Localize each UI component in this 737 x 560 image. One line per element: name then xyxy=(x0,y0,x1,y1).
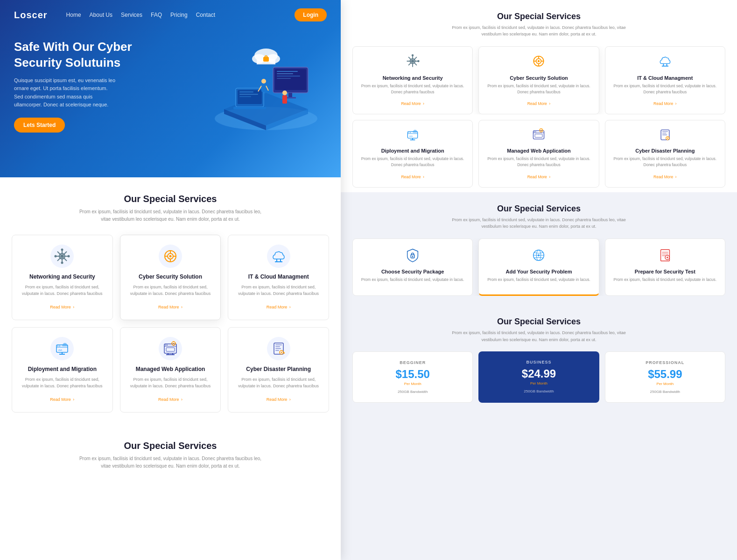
read-more-2[interactable]: Read More xyxy=(158,305,179,309)
rp-read-cloud[interactable]: Read More xyxy=(653,101,673,106)
disaster-planning-icon xyxy=(267,337,290,360)
rp-security-title: Our Special Services xyxy=(352,204,725,214)
svg-rect-102 xyxy=(535,134,542,138)
arrow-icon-5: › xyxy=(181,397,182,402)
rp-text-net: Prom ex ipsum, facilisis id tincidunt se… xyxy=(358,83,468,95)
svg-rect-8 xyxy=(277,76,300,77)
pricing-grid: BEGGINER $15.50 Per Month 250GB Bandwidt… xyxy=(352,351,725,403)
pricing-beginner[interactable]: BEGGINER $15.50 Per Month 250GB Bandwidt… xyxy=(352,351,473,403)
rp-text-cloud: Prom ex ipsum, facilisis id tincidunt se… xyxy=(610,83,720,95)
rp-card-cyber[interactable]: Cyber Security Solution Prom ex ipsum, f… xyxy=(478,46,599,115)
svg-point-83 xyxy=(417,60,419,62)
nav-pricing[interactable]: Pricing xyxy=(170,12,188,18)
svg-point-58 xyxy=(167,344,168,345)
plan-period-business: Per Month xyxy=(484,381,593,385)
service-card-5[interactable]: Managed Web Application Prom ex ipsum, f… xyxy=(120,327,221,413)
services-desc-left: Prom ex ipsum, facilisis id tincidunt se… xyxy=(77,208,264,223)
svg-rect-16 xyxy=(239,96,251,97)
nav-services[interactable]: Services xyxy=(121,12,142,18)
security-packages-grid: Choose Security Package Prom ex ipsum, f… xyxy=(352,238,725,296)
sec-name-problem: Add Your Security Problem xyxy=(484,269,593,274)
rp-icon-deploy xyxy=(358,127,468,144)
read-more-3[interactable]: Read More xyxy=(267,305,288,309)
rp-card-managed[interactable]: Managed Web Application Prom ex ipsum, f… xyxy=(478,120,599,188)
svg-rect-23 xyxy=(261,84,266,92)
svg-rect-72 xyxy=(275,350,279,351)
security-icon-pkg xyxy=(358,247,467,265)
bottom-title-left: Our Special Services xyxy=(12,441,329,451)
svg-point-114 xyxy=(412,256,414,257)
rp-icon-net xyxy=(358,54,468,71)
rp-name-managed: Managed Web Application xyxy=(484,148,594,154)
svg-point-112 xyxy=(667,138,668,139)
service-card-1[interactable]: Networking and Security Prom ex ipsum, f… xyxy=(12,235,113,320)
read-more-5[interactable]: Read More xyxy=(158,397,179,402)
network-security-icon xyxy=(50,245,74,268)
plan-feature-business: 250GB Bandwidth xyxy=(484,389,593,393)
security-card-pkg[interactable]: Choose Security Package Prom ex ipsum, f… xyxy=(352,238,473,296)
rp-icon-cyber xyxy=(484,54,594,71)
svg-point-97 xyxy=(410,133,411,133)
rp-card-disaster[interactable]: Cyber Disaster Planning Prom ex ipsum, f… xyxy=(605,120,725,188)
read-more-1[interactable]: Read More xyxy=(50,305,71,309)
svg-line-25 xyxy=(266,86,268,91)
rp-arrow-cloud: › xyxy=(675,101,677,106)
svg-point-96 xyxy=(408,133,409,133)
rp-read-net[interactable]: Read More xyxy=(401,101,421,106)
nav-faq[interactable]: FAQ xyxy=(151,12,162,18)
service-text-3: Prom ex ipsum, facilisis id tincidunt se… xyxy=(235,284,322,297)
plan-name-business: BUSINESS xyxy=(484,360,593,364)
hero-section: Loscer Home About Us Services FAQ Pricin… xyxy=(0,0,341,177)
plan-feature-beginner: 250GB Bandwidth xyxy=(358,390,467,394)
svg-point-90 xyxy=(538,60,540,62)
rp-card-cloud[interactable]: IT & Cloud Managment Prom ex ipsum, faci… xyxy=(605,46,725,115)
svg-rect-17 xyxy=(233,107,266,109)
read-more-4[interactable]: Read More xyxy=(50,397,71,402)
nav-contact[interactable]: Contact xyxy=(196,12,215,18)
plan-period-professional: Per Month xyxy=(611,382,719,386)
pricing-business[interactable]: BUSINESS $24.99 Per Month 250GB Bandwidt… xyxy=(478,351,599,403)
hero-description: Quisque suscipit ipsum est, eu venenatis… xyxy=(14,77,117,109)
nav-about[interactable]: About Us xyxy=(90,12,112,18)
svg-point-104 xyxy=(535,132,536,133)
svg-point-57 xyxy=(165,344,166,345)
read-more-6[interactable]: Read More xyxy=(267,397,288,402)
plan-price-beginner: $15.50 xyxy=(358,368,467,381)
rp-read-managed[interactable]: Read More xyxy=(527,175,547,179)
navigation: Loscer Home About Us Services FAQ Pricin… xyxy=(0,0,341,30)
service-card-4[interactable]: Diployment and Migration Prom ex ipsum, … xyxy=(12,327,113,413)
nav-home[interactable]: Home xyxy=(66,12,81,18)
rp-card-deploy[interactable]: Diployment and Migration Prom ex ipsum, … xyxy=(352,120,473,188)
rp-name-disaster: Cyber Disaster Planning xyxy=(610,148,720,154)
rp-read-deploy[interactable]: Read More xyxy=(401,175,421,179)
sec-text-problem: Prom ex ipsum, facilisis id tincidunt se… xyxy=(484,277,593,283)
service-card-3[interactable]: IT & Cloud Managment Prom ex ipsum, faci… xyxy=(228,235,329,320)
security-card-problem[interactable]: Add Your Security Problem Prom ex ipsum,… xyxy=(478,238,599,296)
service-card-2[interactable]: Cyber Security Solution Prom ex ipsum, f… xyxy=(120,235,221,320)
service-name-6: Cyber Disaster Planning xyxy=(235,366,322,372)
service-name-2: Cyber Security Solution xyxy=(127,273,214,280)
pricing-professional[interactable]: PROFESSIONAL $55.99 Per Month 250GB Band… xyxy=(605,351,725,403)
svg-rect-56 xyxy=(166,348,175,351)
sec-text-test: Prom ex ipsum, facilisis id tincidunt se… xyxy=(611,277,719,283)
svg-rect-27 xyxy=(282,95,287,104)
service-card-6[interactable]: Cyber Disaster Planning Prom ex ipsum, f… xyxy=(228,327,329,413)
rp-read-disaster[interactable]: Read More xyxy=(653,175,673,179)
rp-arrow-net: › xyxy=(423,101,424,106)
svg-rect-7 xyxy=(277,73,293,74)
rp-card-partial-1[interactable]: Networking and Security Prom ex ipsum, f… xyxy=(352,46,473,115)
rp-read-cyber[interactable]: Read More xyxy=(527,101,547,106)
service-text-1: Prom ex ipsum, facilisis id tincidunt se… xyxy=(19,284,105,297)
service-text-5: Prom ex ipsum, facilisis id tincidunt se… xyxy=(127,376,214,390)
plan-name-professional: PROFESSIONAL xyxy=(611,360,719,365)
service-name-4: Diployment and Migration xyxy=(19,366,105,372)
security-card-test[interactable]: Prepare for Security Test Prom ex ipsum,… xyxy=(605,238,725,296)
hero-image xyxy=(170,39,327,133)
arrow-icon-1: › xyxy=(73,305,74,309)
hero-text: Safe With Our Cyber Security Solutuins Q… xyxy=(14,39,170,133)
svg-point-51 xyxy=(59,345,60,346)
svg-point-50 xyxy=(57,345,58,346)
login-button[interactable]: Login xyxy=(295,8,327,21)
page-wrapper: Loscer Home About Us Services FAQ Pricin… xyxy=(0,0,737,560)
hero-cta-button[interactable]: Lets Started xyxy=(14,118,65,133)
